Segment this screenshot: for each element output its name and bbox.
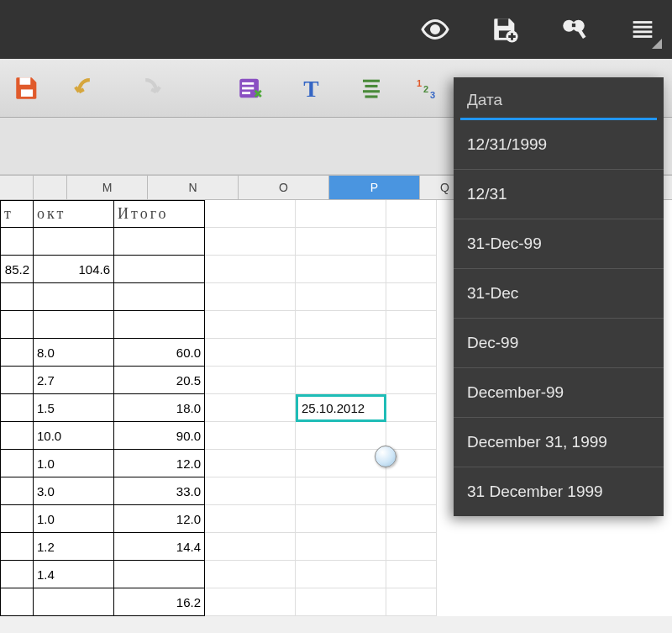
cell[interactable] — [205, 561, 296, 588]
cell[interactable] — [114, 311, 205, 339]
col-header[interactable]: O — [239, 176, 329, 199]
cell[interactable]: 8.0 — [34, 339, 114, 367]
cell[interactable] — [114, 283, 205, 311]
cell[interactable] — [205, 200, 296, 228]
cell[interactable] — [205, 422, 296, 450]
cell[interactable] — [296, 588, 386, 616]
cell[interactable] — [386, 477, 437, 505]
cell[interactable] — [114, 561, 205, 588]
cell[interactable] — [0, 228, 34, 256]
dropdown-item[interactable]: Dec-99 — [454, 319, 664, 368]
cell[interactable] — [0, 311, 34, 339]
cell[interactable] — [296, 367, 386, 394]
cell[interactable]: Итого — [114, 200, 205, 228]
text-format-icon[interactable]: T — [294, 71, 328, 105]
cell[interactable] — [296, 311, 386, 339]
cell[interactable] — [205, 477, 296, 505]
dropdown-item[interactable]: 31-Dec-99 — [454, 219, 664, 269]
col-header[interactable]: N — [148, 176, 239, 199]
edit-cell-icon[interactable] — [234, 71, 267, 105]
dropdown-item[interactable]: 31-Dec — [454, 269, 664, 319]
cell[interactable] — [0, 477, 34, 505]
cell[interactable] — [296, 228, 386, 256]
cell[interactable] — [386, 283, 437, 311]
cell[interactable]: 2.7 — [34, 367, 114, 394]
cell[interactable] — [205, 256, 296, 283]
cell[interactable] — [386, 367, 437, 394]
cell[interactable]: 60.0 — [114, 339, 205, 367]
cell[interactable] — [34, 283, 114, 311]
cell[interactable] — [0, 394, 34, 422]
cell[interactable]: 1.0 — [34, 450, 114, 477]
cell[interactable] — [0, 450, 34, 477]
cell[interactable]: 3.0 — [34, 477, 114, 505]
cell[interactable] — [205, 311, 296, 339]
cell[interactable] — [0, 339, 34, 367]
dropdown-item[interactable]: 31 December 1999 — [454, 467, 664, 516]
cell[interactable] — [205, 228, 296, 256]
cell[interactable] — [205, 283, 296, 311]
cell[interactable] — [205, 533, 296, 561]
cell[interactable] — [34, 228, 114, 256]
cell[interactable]: 104.6 — [34, 256, 114, 283]
cell[interactable]: 85.2 — [0, 256, 34, 283]
cell[interactable]: 10.0 — [34, 422, 114, 450]
cell[interactable] — [0, 422, 34, 450]
select-all-corner[interactable] — [0, 176, 34, 199]
cell[interactable]: 12.0 — [114, 450, 205, 477]
col-header[interactable]: M — [67, 176, 148, 199]
cell[interactable]: 1.2 — [34, 533, 114, 561]
selected-cell[interactable]: 25.10.2012 — [296, 394, 386, 422]
cell[interactable] — [114, 228, 205, 256]
cell[interactable] — [0, 505, 34, 533]
save-icon[interactable] — [10, 71, 44, 105]
cell[interactable]: т — [0, 200, 34, 228]
cell[interactable] — [386, 228, 437, 256]
cell[interactable] — [205, 339, 296, 367]
cell[interactable]: 1.4 — [34, 561, 114, 588]
cell[interactable] — [296, 505, 386, 533]
cell[interactable] — [386, 422, 437, 450]
cell[interactable] — [0, 588, 34, 616]
align-icon[interactable] — [354, 71, 388, 105]
cell[interactable] — [386, 339, 437, 367]
cell[interactable] — [0, 533, 34, 561]
cell[interactable] — [296, 283, 386, 311]
eye-icon[interactable] — [420, 14, 450, 45]
cell[interactable]: 16.2 — [114, 588, 205, 616]
col-header-selected[interactable]: P — [329, 176, 420, 199]
cell[interactable] — [386, 533, 437, 561]
cell[interactable] — [205, 450, 296, 477]
cell[interactable] — [386, 311, 437, 339]
cell[interactable] — [205, 505, 296, 533]
cell[interactable]: 14.4 — [114, 533, 205, 561]
cell[interactable]: 1.5 — [34, 394, 114, 422]
cell[interactable] — [296, 200, 386, 228]
menu-icon[interactable] — [628, 15, 657, 44]
number-format-icon[interactable]: 123 — [415, 71, 449, 105]
cell[interactable] — [386, 588, 437, 616]
dropdown-item[interactable]: 12/31 — [454, 170, 664, 219]
cell[interactable] — [205, 367, 296, 394]
cell[interactable] — [386, 256, 437, 283]
cell[interactable] — [0, 561, 34, 588]
cell[interactable] — [386, 200, 437, 228]
cell[interactable]: 1.0 — [34, 505, 114, 533]
cell[interactable] — [114, 256, 205, 283]
cell[interactable] — [296, 422, 386, 450]
cell[interactable] — [296, 256, 386, 283]
cell[interactable] — [296, 533, 386, 561]
cell[interactable] — [205, 394, 296, 422]
redo-icon[interactable] — [131, 71, 165, 105]
cell[interactable] — [386, 561, 437, 588]
cell[interactable]: 20.5 — [114, 367, 205, 394]
undo-icon[interactable] — [71, 71, 104, 105]
cell[interactable] — [34, 311, 114, 339]
dropdown-item[interactable]: December 31, 1999 — [454, 418, 664, 467]
cell[interactable]: 18.0 — [114, 394, 205, 422]
cell[interactable]: 12.0 — [114, 505, 205, 533]
cell[interactable] — [296, 561, 386, 588]
cell[interactable] — [296, 450, 386, 477]
find-icon[interactable] — [559, 15, 588, 44]
cell[interactable] — [296, 339, 386, 367]
